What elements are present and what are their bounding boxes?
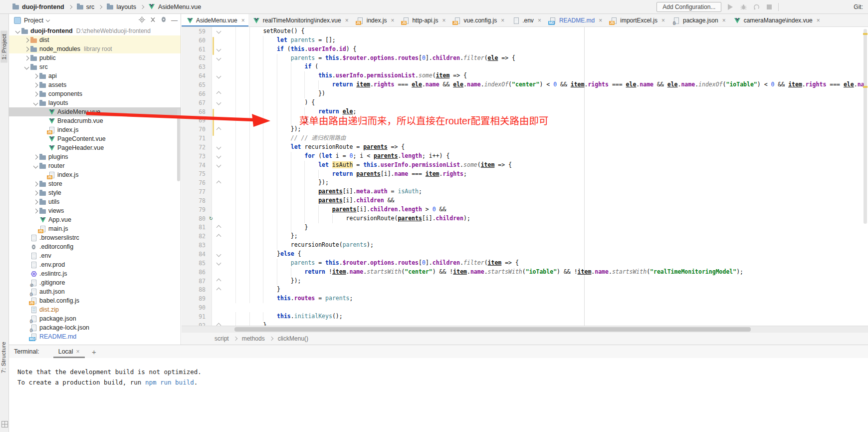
tree-chevron[interactable] bbox=[14, 29, 21, 33]
tree-item[interactable]: {}package-lock.json bbox=[9, 323, 181, 332]
tree-item[interactable]: .eslintrc.js bbox=[9, 269, 181, 278]
add-configuration-button[interactable]: Add Configuration... bbox=[656, 2, 721, 12]
settings-icon[interactable] bbox=[161, 16, 167, 24]
fold-marker[interactable] bbox=[215, 47, 222, 51]
tree-item[interactable]: .env.prod bbox=[9, 260, 181, 269]
tree-chevron[interactable] bbox=[23, 38, 30, 42]
close-icon[interactable]: × bbox=[501, 17, 504, 24]
tree-item[interactable]: {}auth.json bbox=[9, 287, 181, 296]
code-line[interactable]: 69} bbox=[182, 116, 868, 125]
tool-window-button-structure[interactable]: 7: Structure bbox=[0, 342, 6, 373]
tree-item[interactable]: duoji-frontendD:\zheheWeb\duoji-frontend bbox=[9, 26, 181, 35]
tree-item[interactable]: JSbabel.config.js bbox=[9, 296, 181, 305]
scrollbar-thumb[interactable] bbox=[234, 327, 751, 332]
fold-marker[interactable] bbox=[215, 253, 222, 256]
breadcrumb-item[interactable]: duoji-frontend bbox=[11, 3, 65, 10]
breadcrumb-item[interactable]: clickMenu() bbox=[278, 335, 308, 342]
editor-tab[interactable]: realTimeMonitoring\index.vue× bbox=[248, 14, 352, 27]
code-line[interactable]: 61if (this.userInfo.id) { bbox=[182, 45, 868, 54]
editor-horizontal-scrollbar[interactable] bbox=[182, 326, 868, 333]
tree-item[interactable]: App.vue bbox=[9, 215, 181, 224]
tree-item[interactable]: src bbox=[9, 62, 181, 71]
code-line[interactable]: 75return parents[i].name === item.rights… bbox=[182, 170, 868, 179]
tree-item[interactable]: JSmain.js bbox=[9, 224, 181, 233]
debug-icon[interactable] bbox=[739, 3, 747, 11]
run-icon[interactable] bbox=[726, 3, 734, 11]
tool-window-switcher-icon[interactable] bbox=[1, 421, 8, 428]
profile-icon[interactable] bbox=[752, 3, 760, 11]
tree-chevron[interactable] bbox=[23, 65, 30, 69]
editor-tab[interactable]: MDREADME.md× bbox=[545, 14, 606, 27]
fold-marker[interactable] bbox=[215, 226, 222, 229]
editor-tab[interactable]: JShttp-api.js× bbox=[398, 14, 449, 27]
collapse-all-icon[interactable] bbox=[150, 16, 156, 24]
tree-item[interactable]: Breadcrumb.vue bbox=[9, 116, 181, 125]
code-line[interactable]: 70}); bbox=[182, 125, 868, 134]
code-line[interactable]: 89this.routes = parents; bbox=[182, 294, 868, 303]
editor-tab[interactable]: JSindex.js× bbox=[352, 14, 398, 27]
close-icon[interactable]: × bbox=[76, 348, 80, 355]
code-line[interactable]: 86return !item.name.startsWith("center")… bbox=[182, 268, 868, 277]
tree-item[interactable]: style bbox=[9, 188, 181, 197]
code-line[interactable]: 85parents = this.$router.options.routes[… bbox=[182, 259, 868, 268]
editor-tab[interactable]: AsideMenu.vue× bbox=[182, 14, 248, 27]
tree-item[interactable]: components bbox=[9, 89, 181, 98]
fold-marker[interactable] bbox=[215, 279, 222, 283]
tree-item[interactable]: dist.zip bbox=[9, 305, 181, 314]
tree-item[interactable]: PageContent.vue bbox=[9, 134, 181, 143]
editor-tab[interactable]: .env× bbox=[508, 14, 545, 27]
breadcrumb-item[interactable]: script bbox=[215, 335, 229, 342]
fold-marker[interactable] bbox=[215, 163, 222, 167]
fold-marker[interactable] bbox=[215, 154, 222, 158]
close-icon[interactable]: × bbox=[599, 17, 602, 24]
tree-chevron[interactable] bbox=[23, 56, 30, 60]
tree-item[interactable]: assets bbox=[9, 80, 181, 89]
terminal-tab-local[interactable]: Local × bbox=[53, 345, 85, 358]
project-view-selector[interactable]: Project bbox=[14, 17, 49, 24]
fold-marker[interactable] bbox=[215, 181, 222, 185]
code-line[interactable]: 91this.initialKeys(); bbox=[182, 312, 868, 321]
tree-chevron[interactable] bbox=[23, 47, 30, 51]
code-line[interactable]: 76}); bbox=[182, 178, 868, 187]
tree-item[interactable]: api bbox=[9, 71, 181, 80]
code-line[interactable]: 77parents[i].meta.auth = isAuth; bbox=[182, 187, 868, 196]
code-line[interactable]: 83recursionRoute(parents); bbox=[182, 241, 868, 250]
close-icon[interactable]: × bbox=[391, 17, 394, 24]
tree-chevron[interactable] bbox=[32, 209, 39, 213]
tree-chevron[interactable] bbox=[32, 74, 39, 78]
breadcrumb-item[interactable]: layouts bbox=[105, 3, 137, 10]
fold-marker[interactable] bbox=[215, 29, 222, 33]
close-icon[interactable]: × bbox=[661, 17, 665, 24]
code-line[interactable]: 80↻recursionRoute(parents[i].children); bbox=[182, 214, 868, 223]
tree-chevron[interactable] bbox=[32, 164, 39, 168]
tree-item[interactable]: .browserslistrc bbox=[9, 233, 181, 242]
code-editor[interactable]: 59setRoute() {60let parents = [];61if (t… bbox=[182, 27, 868, 326]
editor-tab[interactable]: cameraManage\index.vue× bbox=[729, 14, 824, 27]
tree-chevron[interactable] bbox=[32, 92, 39, 96]
locate-icon[interactable] bbox=[139, 16, 145, 24]
tree-item[interactable]: public bbox=[9, 53, 181, 62]
fold-marker[interactable] bbox=[215, 145, 222, 149]
code-line[interactable]: 60let parents = []; bbox=[182, 36, 868, 45]
code-line[interactable]: 64this.userInfo.permissionList.some(item… bbox=[182, 71, 868, 80]
editor-tab[interactable]: JSvue.config.js× bbox=[449, 14, 508, 27]
code-line[interactable]: 74let isAuth = this.userInfo.permissionL… bbox=[182, 161, 868, 170]
code-line[interactable]: 66}) bbox=[182, 89, 868, 98]
fold-marker[interactable] bbox=[215, 288, 222, 292]
code-line[interactable]: 62parents = this.$router.options.routes[… bbox=[182, 54, 868, 63]
breadcrumb-item[interactable]: methods bbox=[242, 335, 265, 342]
hide-icon[interactable]: — bbox=[171, 18, 178, 23]
tree-item[interactable]: views bbox=[9, 206, 181, 215]
tree-item[interactable]: store bbox=[9, 179, 181, 188]
editor-tab[interactable]: {}package.json× bbox=[668, 14, 729, 27]
tree-item[interactable]: utils bbox=[9, 197, 181, 206]
tree-item[interactable]: MDREADME.md bbox=[9, 332, 181, 341]
tree-chevron[interactable] bbox=[32, 83, 39, 87]
code-line[interactable]: 90 bbox=[182, 303, 868, 312]
code-line[interactable]: 82}; bbox=[182, 232, 868, 241]
tree-item[interactable]: JSindex.js bbox=[9, 125, 181, 134]
tree-item[interactable]: AsideMenu.vue bbox=[9, 107, 181, 116]
tree-chevron[interactable] bbox=[32, 101, 39, 105]
code-line[interactable]: 92}, bbox=[182, 321, 868, 326]
error-stripe-mark[interactable] bbox=[863, 33, 868, 35]
